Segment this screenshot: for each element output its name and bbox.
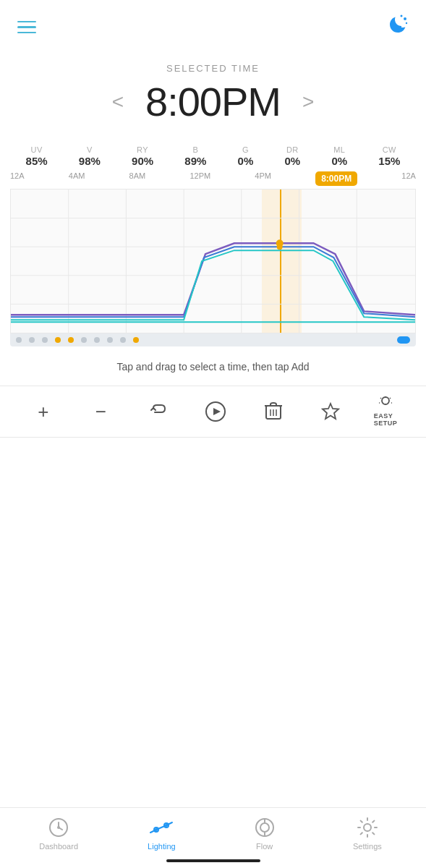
remove-button[interactable]: −: [86, 397, 115, 426]
svg-point-0: [404, 17, 406, 20]
tick-8pm-active[interactable]: 8:00PM: [315, 171, 357, 186]
easy-setup-label: EASYSETUP: [374, 412, 398, 427]
scroll-thumb[interactable]: [397, 336, 410, 344]
scroll-dot-5: [68, 337, 74, 343]
dashboard-icon: [48, 817, 69, 838]
metric-v: V 98%: [79, 145, 101, 167]
nav-item-flow[interactable]: Flow: [239, 817, 290, 851]
metric-ry-value: 90%: [132, 155, 153, 167]
metrics-row: UV 85% V 98% RY 90% B 89% G 0% DR 0% ML …: [0, 132, 426, 171]
scroll-dot-1: [16, 337, 22, 343]
content-spacer: [0, 438, 426, 640]
add-button[interactable]: +: [29, 397, 58, 426]
scroll-dot-8: [107, 337, 113, 343]
favorite-button[interactable]: [316, 397, 345, 426]
scroll-dot-2: [29, 337, 35, 343]
metric-v-value: 98%: [79, 155, 101, 167]
prev-time-button[interactable]: <: [112, 90, 124, 114]
scroll-dot-7: [94, 337, 100, 343]
svg-point-25: [57, 826, 60, 829]
chart-scrollbar[interactable]: [10, 333, 416, 346]
toolbar: + −: [0, 386, 426, 438]
metric-ml: ML 0%: [331, 145, 347, 167]
metric-ml-value: 0%: [331, 155, 347, 167]
svg-marker-22: [323, 404, 338, 419]
svg-point-31: [260, 823, 269, 832]
svg-point-28: [155, 828, 158, 831]
time-section: SELECTED TIME < 8:00PM >: [0, 48, 426, 132]
chart-area[interactable]: [10, 189, 416, 333]
nav-item-settings[interactable]: Settings: [342, 817, 393, 851]
home-indicator: [166, 859, 260, 862]
metric-g: G 0%: [238, 145, 254, 167]
metric-dr-value: 0%: [285, 155, 301, 167]
flow-icon: [254, 817, 276, 838]
nav-label-settings: Settings: [353, 842, 382, 851]
scroll-dot-6: [81, 337, 87, 343]
svg-point-34: [364, 824, 371, 831]
svg-point-14: [277, 244, 283, 250]
metric-ml-label: ML: [333, 145, 345, 154]
metric-v-label: V: [87, 145, 93, 154]
svg-point-23: [382, 397, 389, 404]
scroll-dot-10: [133, 337, 139, 343]
next-time-button[interactable]: >: [302, 90, 314, 114]
play-button[interactable]: [201, 397, 230, 426]
settings-icon: [357, 817, 378, 838]
tick-8am: 8AM: [129, 171, 146, 186]
tick-4am: 4AM: [69, 171, 85, 186]
metric-cw-value: 15%: [378, 155, 400, 167]
tick-12a-end: 12A: [401, 171, 416, 186]
time-axis: 12A 4AM 8AM 12PM 4PM 8:00PM 12A: [10, 171, 416, 189]
time-nav: < 8:00PM >: [0, 78, 426, 125]
selected-time-label: SELECTED TIME: [0, 63, 426, 74]
chart-container: 12A 4AM 8AM 12PM 4PM 8:00PM 12A: [0, 171, 426, 346]
svg-point-29: [165, 824, 168, 827]
metric-dr-label: DR: [286, 145, 299, 154]
metric-g-value: 0%: [238, 155, 254, 167]
tick-4pm: 4PM: [255, 171, 271, 186]
lighting-icon: [149, 817, 174, 838]
chart-lines: [11, 190, 415, 333]
scroll-dots: [16, 336, 410, 344]
scroll-dot-3: [42, 337, 48, 343]
svg-point-1: [401, 15, 403, 17]
night-mode-icon[interactable]: [385, 13, 409, 41]
nav-item-dashboard[interactable]: Dashboard: [33, 817, 84, 851]
svg-point-2: [406, 22, 407, 24]
menu-icon[interactable]: [17, 21, 36, 34]
scroll-dot-4: [55, 337, 61, 343]
metric-b-value: 89%: [184, 155, 206, 167]
time-display: 8:00PM: [145, 78, 281, 125]
undo-button[interactable]: [144, 397, 173, 426]
nav-label-dashboard: Dashboard: [39, 842, 78, 851]
metric-g-label: G: [242, 145, 249, 154]
svg-marker-16: [213, 408, 221, 415]
metric-ry: RY 90%: [132, 145, 153, 167]
metric-uv-value: 85%: [26, 155, 48, 167]
nav-label-lighting: Lighting: [148, 842, 176, 851]
hint-text: Tap and drag to select a time, then tap …: [0, 346, 426, 386]
metric-uv: UV 85%: [26, 145, 48, 167]
header: [0, 0, 426, 48]
easy-setup-button[interactable]: EASYSETUP: [374, 396, 398, 427]
nav-label-flow: Flow: [256, 842, 273, 851]
scroll-dot-9: [120, 337, 126, 343]
tick-12a: 12A: [10, 171, 25, 186]
metric-cw: CW 15%: [378, 145, 400, 167]
bottom-nav: Dashboard Lighting Flow: [0, 807, 426, 868]
nav-item-lighting[interactable]: Lighting: [136, 817, 187, 851]
metric-b-label: B: [192, 145, 198, 154]
metric-uv-label: UV: [30, 145, 42, 154]
tick-12pm: 12PM: [189, 171, 210, 186]
metric-ry-label: RY: [137, 145, 148, 154]
metric-dr: DR 0%: [285, 145, 301, 167]
delete-button[interactable]: [259, 397, 288, 426]
nav-items: Dashboard Lighting Flow: [0, 808, 426, 856]
metric-b: B 89%: [184, 145, 206, 167]
metric-cw-label: CW: [383, 145, 396, 154]
